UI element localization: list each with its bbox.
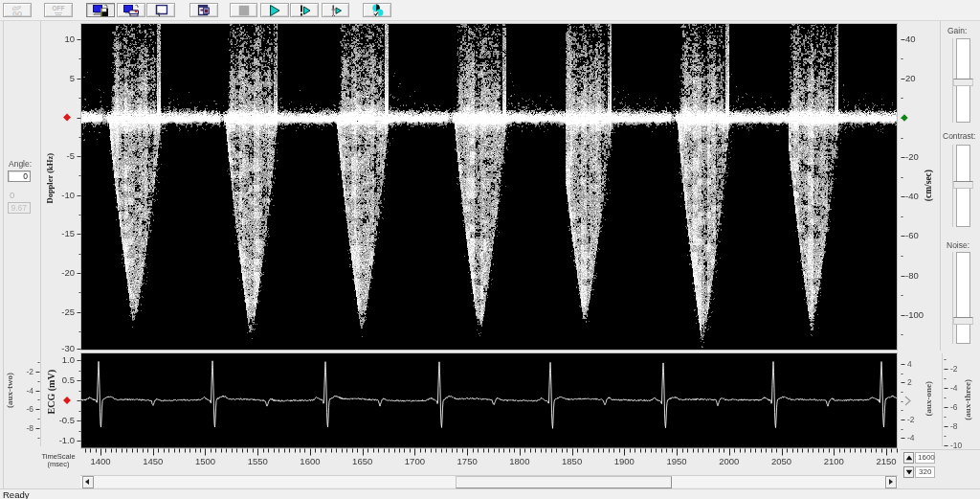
svg-text:GO: GO (12, 10, 22, 16)
svg-text:OFF: OFF (53, 5, 65, 11)
